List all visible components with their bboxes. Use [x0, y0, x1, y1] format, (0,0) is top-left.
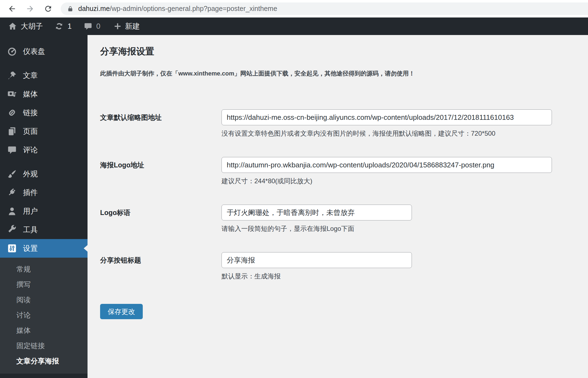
comment-bubble-icon [84, 22, 92, 31]
sidebar-item-label: 工具 [23, 225, 38, 235]
submenu-item-discussion[interactable]: 讨论 [0, 307, 88, 323]
sidebar-item-label: 页面 [23, 126, 38, 136]
submenu-item-writing[interactable]: 撰写 [0, 277, 88, 292]
sidebar-item-settings[interactable]: 设置 [0, 239, 88, 258]
main-content: 分享海报设置 此插件由大胡子制作，仅在「www.xintheme.com」网站上… [88, 35, 588, 378]
sidebar-item-label: 外观 [23, 169, 38, 179]
sidebar-item-label: 文章 [23, 71, 38, 80]
link-icon [7, 108, 17, 118]
sidebar-item-label: 插件 [23, 188, 38, 197]
admin-bar-comments-link[interactable]: 0 [84, 18, 100, 35]
admin-bar-updates-link[interactable]: 1 [54, 18, 72, 35]
url-host: dahuzi.me [78, 5, 110, 12]
media-icon [7, 89, 17, 99]
plus-icon [113, 22, 122, 30]
update-icon [54, 22, 64, 31]
field-label: 分享按钮标题 [100, 252, 222, 281]
sidebar-item-label: 用户 [23, 206, 38, 216]
sidebar-item-appearance[interactable]: 外观 [0, 165, 88, 183]
users-icon [7, 206, 17, 216]
settings-icon [7, 243, 17, 253]
site-name: 大胡子 [21, 21, 43, 31]
sidebar-item-plugins[interactable]: 插件 [0, 183, 88, 202]
reload-icon [44, 4, 53, 13]
logo-slogan-input[interactable] [222, 205, 412, 220]
logo-url-input[interactable] [222, 157, 552, 173]
browser-forward-button[interactable] [24, 3, 36, 15]
field-row-share-button-title: 分享按钮标题 默认显示：生成海报 [100, 252, 577, 281]
appearance-icon [7, 169, 17, 179]
thumbnail-url-input[interactable] [222, 109, 552, 125]
field-row-logo-url: 海报Logo地址 建议尺寸：244*80(或同比放大) [100, 157, 577, 185]
sidebar-item-pages[interactable]: 页面 [0, 122, 88, 141]
browser-reload-button[interactable] [42, 3, 54, 15]
wp-sidebar: 仪表盘 文章 媒体 链接 页面 评论 外观 插件 [0, 35, 88, 378]
tools-icon [7, 225, 17, 235]
menu-separator [0, 61, 88, 66]
submenu-item-media[interactable]: 媒体 [0, 323, 88, 338]
sidebar-item-dashboard[interactable]: 仪表盘 [0, 42, 88, 61]
field-label: Logo标语 [100, 205, 222, 233]
field-row-logo-slogan: Logo标语 请输入一段简短的句子，显示在海报Logo下面 [100, 205, 577, 233]
dashboard-icon [7, 46, 17, 56]
field-help: 默认显示：生成海报 [222, 272, 577, 281]
sidebar-item-comments[interactable]: 评论 [0, 141, 88, 159]
submenu-item-general[interactable]: 常规 [0, 261, 88, 277]
sidebar-item-posts[interactable]: 文章 [0, 66, 88, 85]
wp-admin-bar: 大胡子 1 0 新建 [0, 18, 588, 35]
field-label: 文章默认缩略图地址 [100, 109, 222, 138]
field-help: 请输入一段简短的句子，显示在海报Logo下面 [222, 224, 577, 233]
url-path: /wp-admin/options-general.php?page=poste… [110, 5, 277, 12]
submenu-item-share-poster[interactable]: 文章分享海报 [0, 353, 88, 369]
menu-separator [0, 159, 88, 165]
field-help: 建议尺寸：244*80(或同比放大) [222, 177, 577, 185]
submit-row: 保存更改 [100, 304, 577, 319]
sidebar-item-label: 评论 [23, 145, 38, 155]
home-icon [8, 22, 17, 31]
settings-form: 文章默认缩略图地址 没有设置文章特色图片或者文章内没有图片的时候，海报使用默认缩… [100, 109, 577, 319]
settings-submenu: 常规 撰写 阅读 讨论 媒体 固定链接 文章分享海报 [0, 258, 88, 374]
field-help: 没有设置文章特色图片或者文章内没有图片的时候，海报使用默认缩略图，建议尺寸：72… [222, 129, 577, 138]
admin-bar-new-link[interactable]: 新建 [113, 18, 140, 35]
pages-icon [7, 126, 17, 136]
sidebar-item-label: 链接 [23, 108, 38, 118]
forward-arrow-icon [26, 4, 34, 13]
sidebar-item-users[interactable]: 用户 [0, 202, 88, 220]
submenu-item-reading[interactable]: 阅读 [0, 292, 88, 307]
page-title: 分享海报设置 [100, 46, 577, 57]
comments-icon [7, 145, 17, 155]
browser-toolbar: dahuzi.me/wp-admin/options-general.php?p… [0, 0, 588, 18]
submenu-item-permalinks[interactable]: 固定链接 [0, 338, 88, 353]
plugin-notice: 此插件由大胡子制作，仅在「www.xintheme.com」网站上面提供下载，安… [100, 69, 577, 78]
comment-count: 0 [96, 22, 100, 31]
sidebar-item-links[interactable]: 链接 [0, 103, 88, 122]
share-button-title-input[interactable] [222, 252, 412, 268]
field-row-thumbnail-url: 文章默认缩略图地址 没有设置文章特色图片或者文章内没有图片的时候，海报使用默认缩… [100, 109, 577, 138]
browser-back-button[interactable] [6, 3, 18, 15]
lock-icon [67, 5, 73, 12]
sidebar-item-label: 媒体 [23, 89, 38, 99]
admin-menu: 仪表盘 文章 媒体 链接 页面 评论 外观 插件 [0, 35, 88, 258]
update-count: 1 [68, 22, 72, 31]
save-button[interactable]: 保存更改 [100, 304, 143, 319]
url-text: dahuzi.me/wp-admin/options-general.php?p… [78, 5, 277, 13]
pin-icon [7, 71, 17, 80]
sidebar-item-label: 仪表盘 [23, 46, 45, 56]
address-bar[interactable]: dahuzi.me/wp-admin/options-general.php?p… [61, 2, 588, 15]
sidebar-item-label: 设置 [23, 243, 38, 253]
sidebar-item-media[interactable]: 媒体 [0, 85, 88, 103]
back-arrow-icon [8, 4, 16, 13]
new-label: 新建 [125, 21, 140, 31]
active-menu-arrow [84, 245, 88, 252]
field-label: 海报Logo地址 [100, 157, 222, 185]
admin-bar-site-link[interactable]: 大胡子 [8, 18, 43, 35]
sidebar-item-tools[interactable]: 工具 [0, 220, 88, 239]
plugins-icon [7, 188, 17, 197]
